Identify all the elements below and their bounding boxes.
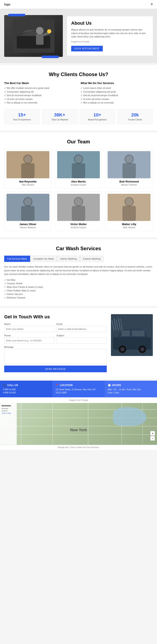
list-item: Lorem ipsum dolor sit amet xyxy=(81,86,153,90)
svg-rect-38 xyxy=(132,330,144,336)
svg-rect-28 xyxy=(122,206,136,221)
svg-point-17 xyxy=(125,155,133,163)
svg-rect-24 xyxy=(72,206,85,221)
map-section: New York Manhattan Brooklyn Queens View … xyxy=(0,403,157,445)
map-sidebar-item: Brooklyn xyxy=(2,408,15,410)
service-content: Our car wash facilities feature flat-bel… xyxy=(4,265,153,300)
info-card-heading: 📍 LOCATION xyxy=(56,384,101,387)
info-icon: 📞 xyxy=(3,384,6,387)
svg-point-5 xyxy=(47,29,51,34)
info-card: 📍 LOCATION 121 Rock Street, 21 Avenue, N… xyxy=(52,381,105,397)
svg-point-9 xyxy=(24,155,32,163)
map-view-link[interactable]: View in map xyxy=(2,412,15,414)
why-col1-heading: The Best Car Wash xyxy=(4,82,76,85)
email-label: Email xyxy=(57,323,107,325)
map-road-v xyxy=(52,403,53,445)
stat-label: Trusted Clients xyxy=(121,118,149,121)
sample-text: Sample text. Click to select the Text El… xyxy=(0,445,157,450)
info-card-text: 9-800-10-500 xyxy=(3,388,49,391)
stat-number: 38K+ xyxy=(45,112,74,118)
team-card: James Oliver Interior Maestro xyxy=(4,192,52,231)
map-water xyxy=(113,407,146,426)
svg-rect-16 xyxy=(122,163,136,178)
map-zoom-in[interactable]: + xyxy=(150,431,155,436)
why-section: Why Clients Choose Us? The Best Car Wash… xyxy=(0,65,157,130)
form-group-email: Email xyxy=(57,323,107,332)
list-item: Windows Cleaned xyxy=(4,296,153,300)
name-input[interactable] xyxy=(4,326,54,332)
services-tabs: Full Services WashComplete Car WashInter… xyxy=(4,256,153,262)
team-name: Walter Lilly xyxy=(108,222,150,226)
map-sidebar: Manhattan Brooklyn Queens View in map xyxy=(0,403,17,445)
why-col-right: What We Do Our Services Lorem ipsum dolo… xyxy=(81,82,153,105)
image-credits: Images from Freepik xyxy=(0,397,157,403)
contact-section: Get In Touch With us Name Email Phone Su… xyxy=(0,308,157,378)
map-zoom-out[interactable]: − xyxy=(150,436,155,440)
map-road-v xyxy=(142,403,143,445)
logo: logo xyxy=(4,3,11,6)
map-road-v xyxy=(21,403,21,445)
team-name: Alex Martin xyxy=(57,180,100,183)
info-card-text: 9-800-10-500 xyxy=(3,391,49,394)
why-col2-heading: What We Do Our Services xyxy=(81,82,153,85)
team-role: Master Polisher xyxy=(108,184,150,186)
team-role: Wax Wizard xyxy=(108,226,150,229)
svg-rect-3 xyxy=(36,34,44,45)
list-item: Sed do eiusmod tempor incididunt xyxy=(4,94,76,98)
subject-input[interactable] xyxy=(57,337,107,344)
team-name: Nat Reynolds xyxy=(7,180,49,183)
svg-rect-12 xyxy=(72,163,85,178)
map-road xyxy=(0,426,157,426)
svg-rect-20 xyxy=(21,206,35,221)
stat-label: Total Car Washed xyxy=(45,118,74,121)
service-tab[interactable]: Interior Washing xyxy=(57,256,80,262)
message-textarea[interactable] xyxy=(4,349,107,364)
service-tab[interactable]: Full Services Wash xyxy=(4,256,30,262)
list-item: Sed do eiusmod tempor incididunt xyxy=(81,94,153,98)
stat-number: 20k xyxy=(121,112,149,118)
team-photo xyxy=(7,194,49,221)
stat-card: 10+ Award Recognitions xyxy=(80,109,115,124)
stat-number: 15+ xyxy=(8,112,36,118)
map-road xyxy=(0,434,157,435)
team-role: Exterior Expert xyxy=(57,184,100,186)
team-card: Nat Reynolds Wax Wizard xyxy=(4,149,52,188)
team-name: Bob Richmond xyxy=(108,180,150,183)
blue-bar-bottom xyxy=(42,56,59,58)
team-role: Exterior Expert xyxy=(57,226,100,229)
stat-label: Year Of experience xyxy=(8,118,36,121)
form-group-subject: Subject xyxy=(57,334,107,344)
service-tab[interactable]: Exterior Washing xyxy=(80,256,104,262)
team-card: Victor Muller Exterior Expert xyxy=(55,192,102,231)
phone-input[interactable] xyxy=(4,337,54,344)
list-item: Consectetur adipiscing elit amet xyxy=(81,90,153,94)
map-sidebar-item: Queens xyxy=(2,410,15,412)
team-role: Wax Wizard xyxy=(7,184,49,186)
service-list: Hot WaxCeramic ShieldWipe Door Panels & … xyxy=(4,278,153,300)
name-label: Name xyxy=(4,323,54,325)
svg-rect-1 xyxy=(17,36,50,48)
services-section: Car Wash Services Full Services WashComp… xyxy=(0,239,157,306)
info-card-text: 6 am - 8 pm xyxy=(108,391,154,394)
svg-point-29 xyxy=(125,198,133,206)
hero-image xyxy=(4,15,63,57)
map-road-v xyxy=(88,403,88,445)
hero-image-container xyxy=(4,15,63,57)
info-card-text: 121 Rock Street, 21 Avenue, New York, NY xyxy=(56,388,101,391)
svg-point-13 xyxy=(75,155,82,163)
info-icon: 📍 xyxy=(56,384,59,387)
blue-bar-top xyxy=(8,14,25,16)
service-text: Our car wash facilities feature flat-bel… xyxy=(4,265,153,276)
service-tab[interactable]: Complete Car Wash xyxy=(30,256,57,262)
team-photo xyxy=(57,151,100,178)
info-icon: 🕐 xyxy=(108,384,111,387)
team-photo xyxy=(108,151,150,178)
list-item: Clean Rubber Mats (2 rows) xyxy=(4,289,153,292)
book-appointment-button[interactable]: BOOK APPOINTMENT xyxy=(71,46,103,52)
email-input[interactable] xyxy=(57,326,107,332)
svg-point-2 xyxy=(36,27,44,34)
why-title: Why Clients Choose Us? xyxy=(4,72,153,77)
send-message-button[interactable]: SEND MESSAGE xyxy=(4,366,107,372)
subject-label: Subject xyxy=(57,334,107,337)
hamburger-icon[interactable]: ≡ xyxy=(150,2,153,6)
